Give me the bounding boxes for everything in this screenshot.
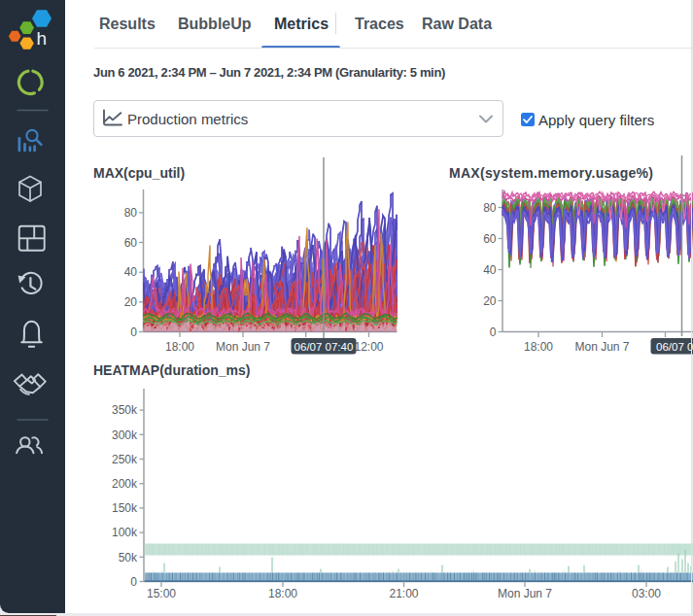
svg-text:40: 40 (483, 263, 497, 277)
svg-text:06/07 07:4: 06/07 07:4 (656, 341, 693, 353)
svg-text:20: 20 (483, 294, 497, 308)
svg-text:350k: 350k (112, 403, 138, 417)
svg-text:21:00: 21:00 (389, 587, 418, 600)
svg-text:HEATMAP(duration_ms): HEATMAP(duration_ms) (93, 362, 251, 378)
svg-text:150k: 150k (112, 501, 138, 515)
svg-text:40: 40 (124, 265, 138, 279)
svg-text:50k: 50k (119, 551, 138, 565)
svg-text:18:00: 18:00 (165, 340, 194, 354)
svg-text:03:00: 03:00 (632, 587, 661, 600)
svg-text:60: 60 (124, 236, 138, 250)
svg-text:12:00: 12:00 (354, 340, 383, 354)
svg-text:0: 0 (130, 575, 137, 589)
svg-text:80: 80 (483, 201, 497, 215)
svg-text:20: 20 (124, 295, 138, 309)
svg-text:Mon Jun 7: Mon Jun 7 (574, 340, 629, 354)
svg-text:MAX(system.memory.usage%): MAX(system.memory.usage%) (449, 165, 653, 181)
svg-text:MAX(cpu_util): MAX(cpu_util) (93, 165, 185, 181)
svg-text:Mon Jun 7: Mon Jun 7 (216, 340, 270, 354)
svg-text:18:00: 18:00 (524, 340, 553, 354)
svg-text:300k: 300k (112, 428, 138, 442)
svg-text:Mon Jun 7: Mon Jun 7 (498, 587, 552, 600)
svg-text:0: 0 (490, 325, 497, 339)
svg-text:200k: 200k (112, 477, 138, 491)
svg-text:06/07 07:40: 06/07 07:40 (295, 341, 354, 353)
svg-text:0: 0 (130, 325, 137, 339)
svg-text:60: 60 (483, 232, 497, 246)
svg-text:15:00: 15:00 (147, 587, 176, 600)
svg-text:250k: 250k (112, 453, 138, 466)
svg-text:100k: 100k (112, 526, 138, 539)
svg-text:18:00: 18:00 (268, 587, 297, 600)
svg-text:80: 80 (124, 206, 138, 220)
